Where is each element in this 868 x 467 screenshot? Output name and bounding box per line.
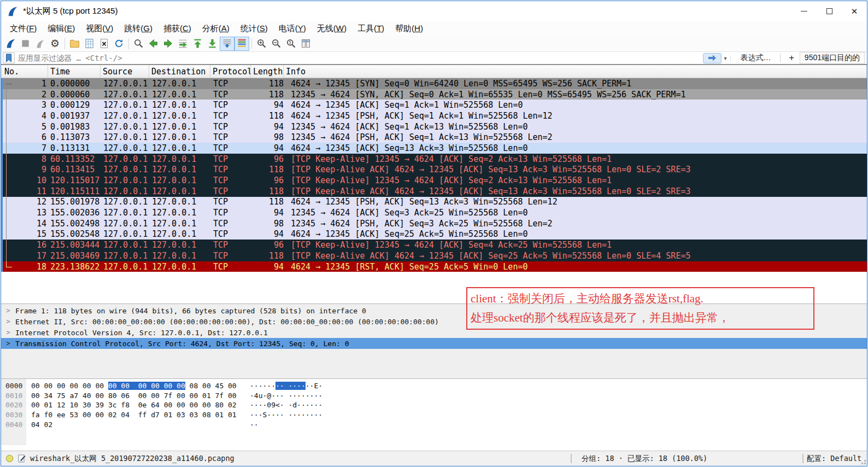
go-to-packet-button[interactable] xyxy=(175,37,190,51)
packet-cell-time: 215.003469 xyxy=(48,251,101,261)
filter-bookmark-button[interactable] xyxy=(3,52,15,63)
packet-row-7[interactable]: 70.113131127.0.0.1127.0.0.1TCP944624 → 1… xyxy=(1,143,867,154)
maximize-button[interactable] xyxy=(817,1,842,21)
packet-row-3[interactable]: 30.000129127.0.0.1127.0.0.1TCP944624 → 1… xyxy=(1,100,867,110)
packet-row-6[interactable]: 60.113073127.0.0.1127.0.0.1TCP9812345 → … xyxy=(1,132,867,143)
packet-row-14[interactable]: 14155.002498127.0.0.1127.0.0.1TCP9812345… xyxy=(1,218,867,229)
go-back-button[interactable] xyxy=(146,37,161,51)
hex-byte-segment[interactable]: 04 02 xyxy=(31,421,52,429)
ascii-segment[interactable]: ·· xyxy=(250,421,259,429)
apply-arrow-icon xyxy=(708,55,717,61)
ascii-segment-highlighted[interactable]: ·· ···· xyxy=(275,382,306,390)
packet-row-15[interactable]: 15155.002548127.0.0.1127.0.0.1TCP944624 … xyxy=(1,229,867,240)
column-header-source[interactable]: Source xyxy=(101,65,149,78)
hex-byte-segment[interactable]: 08 00 45 00 xyxy=(185,382,237,390)
hex-byte-segment[interactable]: fa f0 ee 53 00 00 02 04 ff d7 01 03 03 0… xyxy=(31,411,237,419)
zoom-100-button[interactable] xyxy=(284,37,298,51)
display-filter-input[interactable] xyxy=(15,52,703,63)
menu-item-8[interactable]: 无线(W) xyxy=(312,22,352,36)
packet-row-5[interactable]: 50.001983127.0.0.1127.0.0.1TCP9412345 → … xyxy=(1,121,867,132)
stop-capture-button[interactable] xyxy=(18,37,33,51)
packet-row-18[interactable]: 18223.138622127.0.0.1127.0.0.1TCP944624 … xyxy=(1,261,867,272)
packet-row-16[interactable]: 16215.003444127.0.0.1127.0.0.1TCP96[TCP … xyxy=(1,240,867,250)
colorize-packets-button[interactable] xyxy=(234,37,249,51)
apply-filter-button[interactable] xyxy=(703,53,722,63)
go-to-bottom-button[interactable] xyxy=(205,37,220,51)
minimize-button[interactable] xyxy=(791,1,817,21)
ascii-segment[interactable]: ····09<· ·d······ xyxy=(250,401,322,409)
capture-comment-icon[interactable] xyxy=(18,454,26,463)
packet-cell-no: 14 xyxy=(1,219,48,229)
ascii-segment[interactable]: ··E· xyxy=(306,382,322,390)
packet-row-1[interactable]: 10.000000127.0.0.1127.0.0.1TCP1184624 → … xyxy=(1,78,867,89)
go-to-top-button[interactable] xyxy=(190,37,205,51)
capture-options-button[interactable]: ⚙ xyxy=(48,37,62,51)
menu-item-5[interactable]: 分析(A) xyxy=(197,22,235,36)
go-to-bottom-icon xyxy=(207,38,218,49)
menu-item-1[interactable]: 编辑(E) xyxy=(42,22,80,36)
ascii-segment[interactable]: ······ xyxy=(250,382,275,390)
packet-row-11[interactable]: 11120.115111127.0.0.1127.0.0.1TCP118[TCP… xyxy=(1,186,867,197)
expert-info-icon[interactable] xyxy=(5,454,14,463)
column-header-info[interactable]: Info xyxy=(284,65,867,78)
packet-row-12[interactable]: 12155.001978127.0.0.1127.0.0.1TCP1184624… xyxy=(1,197,867,208)
packet-cell-no: 8 xyxy=(1,154,48,164)
find-packet-button[interactable] xyxy=(131,37,146,51)
zoom-out-button[interactable] xyxy=(269,37,284,51)
packet-list-header[interactable]: No. Time Source Destination Protocol Len… xyxy=(1,65,867,78)
close-button[interactable]: ✕ xyxy=(842,1,867,21)
menu-item-6[interactable]: 统计(S) xyxy=(235,22,273,36)
ascii-segment[interactable]: ·4u·@··· ········ xyxy=(250,392,322,400)
packet-row-9[interactable]: 960.113415127.0.0.1127.0.0.1TCP118[TCP K… xyxy=(1,165,867,176)
menu-item-4[interactable]: 捕获(C) xyxy=(158,22,197,36)
packet-row-17[interactable]: 17215.003469127.0.0.1127.0.0.1TCP118[TCP… xyxy=(1,250,867,261)
column-header-no[interactable]: No. xyxy=(1,65,48,78)
menu-item-9[interactable]: 工具(T) xyxy=(352,22,390,36)
filter-dropdown-caret[interactable]: ▾ xyxy=(723,55,730,61)
packet-row-4[interactable]: 40.001937127.0.0.1127.0.0.1TCP1184624 → … xyxy=(1,110,867,121)
toolbar-separator xyxy=(251,38,252,49)
menu-item-10[interactable]: 帮助(H) xyxy=(390,22,429,36)
menu-item-0[interactable]: 文件(F) xyxy=(4,22,42,36)
menu-item-3[interactable]: 跳转(G) xyxy=(119,22,158,36)
capture-file-name[interactable]: wireshark_以太网 5_20190727220238_a11460.pc… xyxy=(30,454,234,464)
packet-row-13[interactable]: 13155.002036127.0.0.1127.0.0.1TCP9412345… xyxy=(1,207,867,218)
restart-capture-button[interactable] xyxy=(33,37,48,51)
hex-byte-segment[interactable]: 00 00 00 00 00 00 xyxy=(31,382,108,390)
open-file-button[interactable] xyxy=(67,37,82,51)
packet-cell-proto: TCP xyxy=(210,122,251,132)
reload-file-button[interactable] xyxy=(112,37,126,51)
expand-chevron-icon[interactable]: > xyxy=(1,318,15,325)
zoom-in-button[interactable] xyxy=(254,37,269,51)
save-file-button[interactable] xyxy=(82,37,97,51)
saved-filter-button[interactable]: 9501端口目的的 xyxy=(800,52,865,64)
conversation-bracket-corner xyxy=(6,84,12,84)
column-header-protocol[interactable]: Protocol xyxy=(210,65,251,78)
hex-byte-segment[interactable]: 00 34 75 a7 40 00 80 06 00 00 7f 00 00 0… xyxy=(31,392,237,400)
hex-byte-segment[interactable]: 00 01 12 10 30 39 3c f8 0e 64 00 00 00 0… xyxy=(31,401,237,409)
column-header-time[interactable]: Time xyxy=(48,65,101,78)
expand-chevron-icon[interactable]: > xyxy=(1,329,15,336)
hex-bytes: 00 00 00 00 00 00 00 00 00 00 00 00 08 0… xyxy=(31,382,237,390)
add-filter-button[interactable]: + xyxy=(784,53,800,63)
menu-item-7[interactable]: 电话(Y) xyxy=(273,22,312,36)
packet-row-8[interactable]: 860.113352127.0.0.1127.0.0.1TCP96[TCP Ke… xyxy=(1,154,867,165)
resize-grip[interactable] xyxy=(859,451,867,466)
close-file-button[interactable] xyxy=(97,37,112,51)
start-capture-button[interactable] xyxy=(3,37,18,51)
column-header-destination[interactable]: Destination xyxy=(149,65,210,78)
resize-columns-button[interactable] xyxy=(298,37,313,51)
column-header-length[interactable]: Length xyxy=(251,65,284,78)
go-forward-button[interactable] xyxy=(161,37,175,51)
hex-byte-segment-highlighted[interactable]: 00 00 00 00 00 00 xyxy=(108,382,185,390)
packet-row-2[interactable]: 20.000060127.0.0.1127.0.0.1TCP11812345 →… xyxy=(1,89,867,100)
packet-row-10[interactable]: 10120.115017127.0.0.1127.0.0.1TCP96[TCP … xyxy=(1,175,867,186)
auto-scroll-button[interactable] xyxy=(220,37,234,51)
expand-chevron-icon[interactable]: > xyxy=(1,340,15,347)
detail-row-3[interactable]: >Transmission Control Protocol, Src Port… xyxy=(1,338,867,349)
expand-chevron-icon[interactable]: > xyxy=(1,307,15,314)
expression-button[interactable]: 表达式… xyxy=(735,53,777,63)
menu-item-2[interactable]: 视图(V) xyxy=(80,22,119,36)
ascii-segment[interactable]: ···S···· ········ xyxy=(250,411,322,419)
profile-label[interactable]: 配置: Default xyxy=(807,454,859,464)
